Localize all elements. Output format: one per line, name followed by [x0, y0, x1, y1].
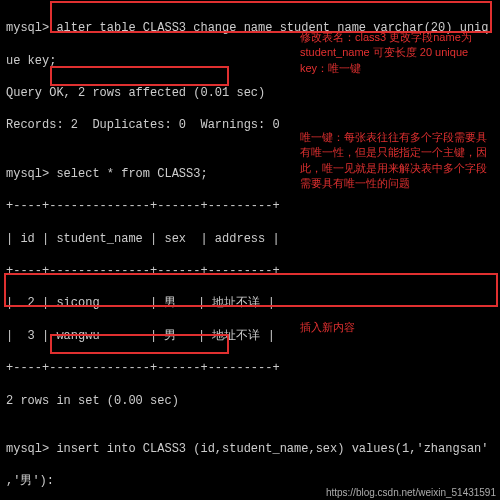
annotation-unique-key: 唯一键：每张表往往有多个字段需要具有唯一性，但是只能指定一个主键，因此，唯一见就…: [300, 130, 495, 192]
line: mysql> insert into CLASS3 (id,student_na…: [6, 441, 494, 457]
table-header: | id | student_name | sex | address |: [6, 231, 494, 247]
annotation-alter-explain: 修改表名：class3 更改字段name为 student_name 可变长度 …: [300, 30, 495, 76]
table-row: | 3 | wangwu | 男 | 地址不详 |: [6, 328, 494, 344]
line: 2 rows in set (0.00 sec): [6, 393, 494, 409]
table-border: +----+--------------+------+---------+: [6, 198, 494, 214]
watermark: https://blog.csdn.net/weixin_51431591: [326, 487, 496, 498]
table-border: +----+--------------+------+---------+: [6, 360, 494, 376]
line: Query OK, 2 rows affected (0.01 sec): [6, 85, 494, 101]
table-border: +----+--------------+------+---------+: [6, 263, 494, 279]
annotation-insert: 插入新内容: [300, 320, 400, 335]
table-row: | 2 | sicong | 男 | 地址不详 |: [6, 295, 494, 311]
